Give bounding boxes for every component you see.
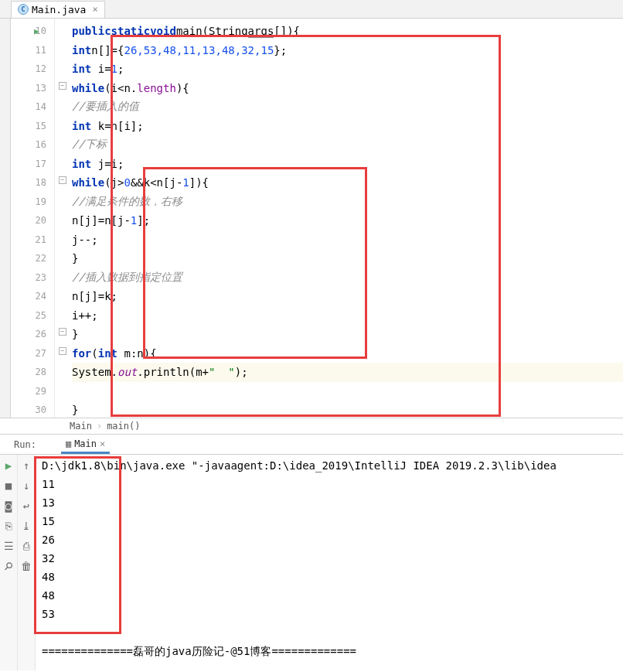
fold-toggle-icon[interactable]: −: [59, 328, 66, 336]
run-toolbar-primary: ▶ ■ ◙ ⎘ ☰ ⚲: [0, 455, 18, 670]
line-number: 25: [36, 310, 46, 321]
console-line: 48: [42, 586, 617, 605]
line-number: 21: [36, 234, 46, 245]
scroll-to-end-icon[interactable]: ⤓: [20, 520, 32, 532]
trash-icon[interactable]: 🗑: [20, 560, 32, 572]
line-number: 28: [36, 367, 46, 377]
fold-gutter[interactable]: − − − −: [55, 19, 70, 418]
line-number: 18: [36, 177, 46, 188]
console-line: ==============磊哥的java历险记-@51博客==========…: [42, 642, 617, 660]
line-number: 11: [36, 45, 46, 56]
line-number-gutter[interactable]: ▶10 11 12 13 14 15 16 17 18 19 20 21 22 …: [11, 19, 55, 418]
line-number: 16: [36, 139, 46, 150]
exit-icon[interactable]: ⎘: [2, 520, 15, 532]
file-tab-main[interactable]: C Main.java ×: [11, 1, 105, 18]
console-line: 32: [42, 549, 617, 568]
java-class-icon: C: [18, 4, 29, 15]
layout-icon[interactable]: ☰: [2, 540, 15, 552]
pin-icon[interactable]: ⚲: [2, 560, 15, 572]
run-toolbar-secondary: ↑ ↓ ↩ ⤓ ⎙ 🗑: [18, 455, 36, 670]
breadcrumb[interactable]: Main › main(): [0, 418, 623, 435]
line-number: 23: [36, 272, 46, 283]
down-icon[interactable]: ↓: [20, 479, 32, 492]
fold-toggle-icon[interactable]: −: [59, 176, 66, 184]
line-number: 22: [36, 253, 46, 264]
console-line: 48: [42, 568, 617, 586]
line-number: 14: [36, 101, 46, 112]
line-number: 15: [36, 121, 46, 131]
run-tool-label: Run:: [6, 435, 44, 450]
line-number: 30: [36, 404, 46, 415]
run-config-tab[interactable]: ▦ Main ×: [61, 435, 110, 454]
line-number: 20: [36, 215, 46, 226]
editor-tab-bar: C Main.java ×: [0, 0, 623, 19]
stop-icon[interactable]: ■: [2, 479, 15, 492]
soft-wrap-icon[interactable]: ↩: [20, 500, 32, 512]
console-line: 13: [42, 493, 617, 512]
run-icon[interactable]: ▶: [2, 459, 15, 472]
line-number: 12: [36, 63, 46, 74]
console-line: 26: [42, 530, 617, 549]
line-number: 26: [36, 329, 46, 339]
camera-icon[interactable]: ◙: [2, 500, 15, 512]
run-gutter-icon[interactable]: ▶: [34, 26, 39, 36]
run-config-tab-label: Main: [74, 438, 97, 449]
fold-toggle-icon[interactable]: −: [59, 347, 66, 355]
print-icon[interactable]: ⎙: [20, 540, 32, 552]
close-icon[interactable]: ×: [100, 438, 105, 449]
close-icon[interactable]: ×: [92, 4, 97, 15]
left-tool-stripe[interactable]: [0, 19, 11, 418]
code-editor[interactable]: public static void main(String args[]){ …: [70, 19, 623, 418]
fold-toggle-icon[interactable]: −: [59, 82, 66, 90]
console-line: 53: [42, 605, 617, 623]
file-tab-label: Main.java: [32, 4, 86, 15]
line-number: 24: [36, 291, 46, 302]
chevron-right-icon: ›: [97, 421, 102, 432]
run-tool-window: Run: ▦ Main × ▶ ■ ◙ ⎘ ☰ ⚲ ↑ ↓ ↩ ⤓ ⎙ 🗑 D:…: [0, 435, 623, 670]
line-number: 29: [36, 386, 46, 397]
line-number: 17: [36, 159, 46, 169]
console-line: 11: [42, 475, 617, 493]
application-icon: ▦: [66, 438, 71, 449]
console-line: D:\jdk1.8\bin\java.exe "-javaagent:D:\id…: [42, 456, 617, 475]
up-icon[interactable]: ↑: [20, 459, 32, 472]
console-output[interactable]: D:\jdk1.8\bin\java.exe "-javaagent:D:\id…: [36, 455, 623, 670]
line-number: 27: [36, 348, 46, 359]
editor-area: ▶10 11 12 13 14 15 16 17 18 19 20 21 22 …: [0, 19, 623, 418]
run-tool-header: Run: ▦ Main ×: [0, 435, 623, 455]
line-number: 13: [36, 83, 46, 94]
breadcrumb-item[interactable]: Main: [70, 421, 92, 432]
breadcrumb-item[interactable]: main(): [107, 421, 140, 432]
line-number: 19: [36, 196, 46, 207]
console-line: 15: [42, 512, 617, 530]
